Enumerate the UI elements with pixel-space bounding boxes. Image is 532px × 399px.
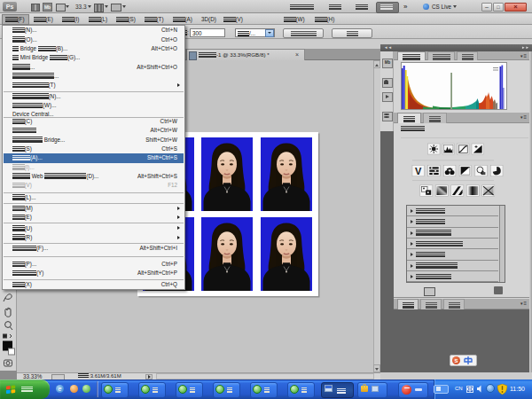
svg-text:V: V (415, 166, 422, 176)
